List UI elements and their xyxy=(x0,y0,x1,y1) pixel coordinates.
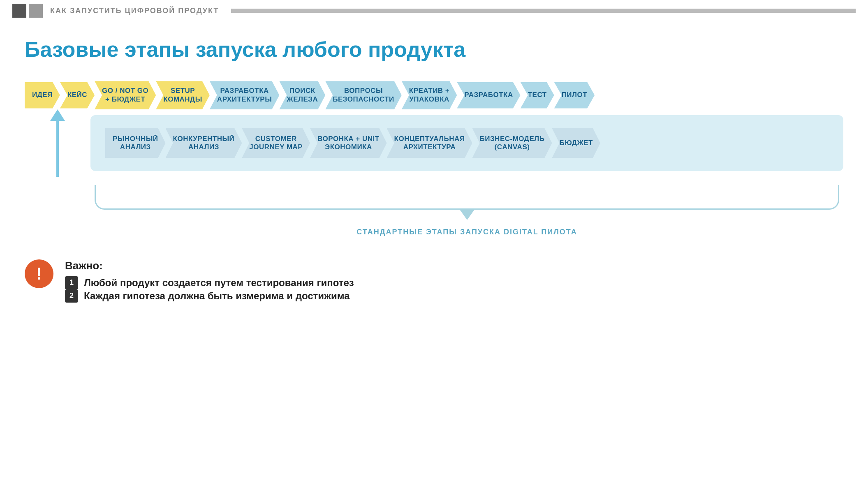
bottom-flow-item-funnel: ВОРОНКА + UNIT ЭКОНОМИКА xyxy=(310,128,387,158)
bottom-flow-item-market: РЫНОЧНЫЙ АНАЛИЗ xyxy=(105,128,166,158)
top-flow-item-security: ВОПРОСЫ БЕЗОПАСНОСТИ xyxy=(325,81,402,109)
arrow-box-keys: КЕЙС xyxy=(60,82,95,109)
sq-light xyxy=(29,4,43,18)
bottom-flow-item-compete: КОНКУРЕНТНЫЙ АНАЛИЗ xyxy=(166,128,242,158)
numbered-item-2: 2Каждая гипотеза должна быть измерима и … xyxy=(65,289,354,303)
important-content: Важно: 1Любой продукт создается путем те… xyxy=(65,259,354,303)
arrow-box-setup: SETUP КОМАНДЫ xyxy=(156,81,210,109)
top-bar-line xyxy=(231,9,856,13)
bottom-arrow-box-budget: БЮДЖЕТ xyxy=(552,128,600,158)
bottom-arrow-box-market: РЫНОЧНЫЙ АНАЛИЗ xyxy=(105,128,166,158)
arrow-box-test: ТЕСТ xyxy=(521,82,554,109)
arrow-box-iron: ПОИСК ЖЕЛЕЗА xyxy=(279,81,325,109)
arrow-box-idea: ИДЕЯ xyxy=(25,82,60,109)
item-text-2: Каждая гипотеза должна быть измерима и д… xyxy=(84,290,350,302)
bracket-label: СТАНДАРТНЫЕ ЭТАПЫ ЗАПУСКА DIGITAL ПИЛОТА xyxy=(90,228,843,236)
item-text-1: Любой продукт создается путем тестирован… xyxy=(84,277,354,289)
top-flow-item-go: GO / NOT GO + БЮДЖЕТ xyxy=(95,81,156,109)
main-content: Базовые этапы запуска любого продукта ИД… xyxy=(0,21,868,319)
bottom-arrow-box-cjm: CUSTOMER JOURNEY MAP xyxy=(242,128,310,158)
blue-content-box: РЫНОЧНЫЙ АНАЛИЗКОНКУРЕНТНЫЙ АНАЛИЗCUSTOM… xyxy=(90,115,843,171)
top-flow-item-pilot: ПИЛОТ xyxy=(554,82,595,109)
bottom-arrow-box-compete: КОНКУРЕНТНЫЙ АНАЛИЗ xyxy=(166,128,242,158)
arrow-box-go: GO / NOT GO + БЮДЖЕТ xyxy=(95,81,156,109)
bottom-arrow-box-bizmodel: БИЗНЕС-МОДЕЛЬ (CANVAS) xyxy=(472,128,552,158)
bottom-flow-row: РЫНОЧНЫЙ АНАЛИЗКОНКУРЕНТНЫЙ АНАЛИЗCUSTOM… xyxy=(105,128,600,158)
bottom-flow-item-budget: БЮДЖЕТ xyxy=(552,128,600,158)
important-section: ! Важно: 1Любой продукт создается путем … xyxy=(25,259,843,303)
bracket-arrow-down xyxy=(459,208,475,220)
top-flow-item-setup: SETUP КОМАНДЫ xyxy=(156,81,210,109)
arrow-box-creative: КРЕАТИВ + УПАКОВКА xyxy=(402,81,457,109)
bracket-section: СТАНДАРТНЫЕ ЭТАПЫ ЗАПУСКА DIGITAL ПИЛОТА xyxy=(90,185,843,236)
bracket-container xyxy=(95,185,839,210)
important-items: 1Любой продукт создается путем тестирова… xyxy=(65,276,354,303)
top-flow-item-arch: РАЗРАБОТКА АРХИТЕКТУРЫ xyxy=(210,81,280,109)
top-flow-item-iron: ПОИСК ЖЕЛЕЗА xyxy=(279,81,325,109)
bottom-arrow-box-concept: КОНЦЕПТУАЛЬНАЯ АРХИТЕКТУРА xyxy=(387,128,472,158)
arrow-up-head xyxy=(50,109,65,121)
middle-section: РЫНОЧНЫЙ АНАЛИЗКОНКУРЕНТНЫЙ АНАЛИЗCUSTOM… xyxy=(25,109,843,177)
top-bar-squares xyxy=(12,4,43,18)
num-badge-2: 2 xyxy=(65,289,78,303)
top-flow-item-idea: ИДЕЯ xyxy=(25,82,60,109)
bottom-flow-item-cjm: CUSTOMER JOURNEY MAP xyxy=(242,128,310,158)
num-badge-1: 1 xyxy=(65,276,78,289)
bottom-flow-item-concept: КОНЦЕПТУАЛЬНАЯ АРХИТЕКТУРА xyxy=(387,128,472,158)
arrow-up-line xyxy=(56,121,59,177)
arrow-box-security: ВОПРОСЫ БЕЗОПАСНОСТИ xyxy=(325,81,402,109)
arrow-box-develop: РАЗРАБОТКА xyxy=(457,82,520,109)
top-flow-row: ИДЕЯКЕЙСGO / NOT GO + БЮДЖЕТSETUP КОМАНД… xyxy=(25,81,843,109)
numbered-item-1: 1Любой продукт создается путем тестирова… xyxy=(65,276,354,289)
top-bar: КАК ЗАПУСТИТЬ ЦИФРОВОЙ ПРОДУКТ xyxy=(0,0,868,21)
bottom-flow-item-bizmodel: БИЗНЕС-МОДЕЛЬ (CANVAS) xyxy=(472,128,552,158)
arrow-box-pilot: ПИЛОТ xyxy=(554,82,595,109)
top-bar-title: КАК ЗАПУСТИТЬ ЦИФРОВОЙ ПРОДУКТ xyxy=(50,7,219,15)
top-flow-item-develop: РАЗРАБОТКА xyxy=(457,82,520,109)
sq-dark xyxy=(12,4,26,18)
arrow-box-arch: РАЗРАБОТКА АРХИТЕКТУРЫ xyxy=(210,81,280,109)
top-flow-item-keys: КЕЙС xyxy=(60,82,95,109)
arrow-up-column xyxy=(25,109,90,177)
bottom-arrow-box-funnel: ВОРОНКА + UNIT ЭКОНОМИКА xyxy=(310,128,387,158)
important-label: Важно: xyxy=(65,259,354,272)
page-title: Базовые этапы запуска любого продукта xyxy=(25,38,843,61)
top-flow-item-creative: КРЕАТИВ + УПАКОВКА xyxy=(402,81,457,109)
top-flow-item-test: ТЕСТ xyxy=(521,82,554,109)
exclamation-icon: ! xyxy=(25,259,53,288)
